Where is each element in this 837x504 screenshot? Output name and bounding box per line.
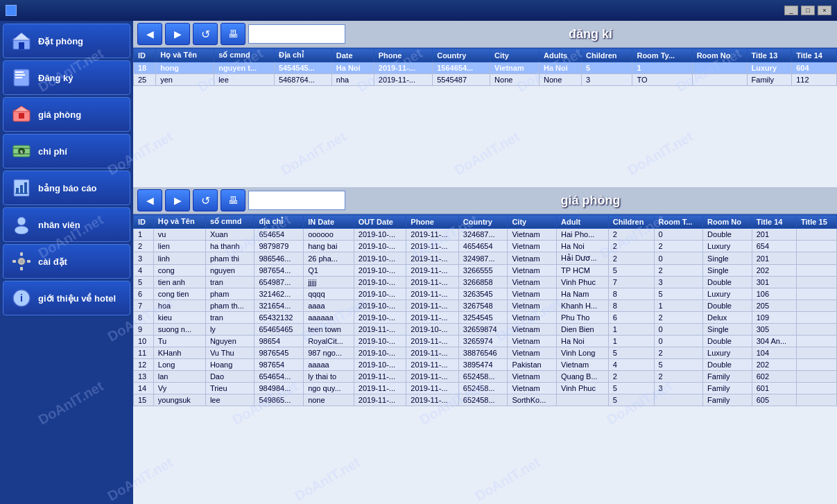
svg-text:i: i	[20, 293, 23, 304]
bottom-col-country: Country	[458, 215, 508, 229]
top-col-so-cmnd: số cmnd	[214, 49, 275, 62]
svg-rect-9	[19, 113, 24, 119]
sidebar-item-dat-phong[interactable]: Đặt phòng	[3, 24, 130, 58]
top-col-date: Date	[331, 49, 374, 62]
sidebar-label-cai-dat: cài đặt	[38, 257, 67, 267]
top-forward-button[interactable]: ▶	[165, 23, 190, 45]
sidebar-label-chi-phi: chi phí	[38, 146, 67, 157]
main-content: ◀ ▶ ↺ 🖶 đăng kí ID Họ và Tên số cmnd Địa…	[133, 21, 837, 504]
svg-marker-1	[12, 33, 31, 40]
window-titlebar: _ □ ×	[0, 0, 837, 21]
table-row[interactable]: 14VyTrieu984984...ngo quy...2019-11-...2…	[134, 383, 837, 394]
top-col-phone: Phone	[374, 49, 432, 62]
bottom-col-room-no: Room No	[703, 215, 752, 229]
svg-rect-5	[15, 74, 25, 76]
top-toolbar: ◀ ▶ ↺ 🖶 đăng kí	[133, 21, 837, 48]
bottom-col-children: Children	[608, 215, 654, 229]
bottom-refresh-button[interactable]: ↺	[193, 189, 218, 211]
sidebar-label-dat-phong: Đặt phòng	[38, 36, 83, 46]
top-back-button[interactable]: ◀	[137, 23, 162, 45]
svg-rect-25	[20, 267, 23, 270]
report-icon	[10, 177, 33, 199]
home-icon	[10, 30, 33, 52]
sidebar-item-gia-phong[interactable]: giá phòng	[3, 97, 130, 132]
top-table-wrapper[interactable]: ID Họ và Tên số cmnd Địa chỉ Date Phone …	[133, 48, 837, 187]
top-col-title14: Title 14	[792, 49, 837, 62]
svg-rect-24	[20, 252, 23, 256]
table-row[interactable]: 9suong n...ly65465465teen town2019-11-..…	[134, 324, 837, 336]
sidebar-label-nhan-vien: nhân viên	[38, 220, 80, 230]
top-refresh-button[interactable]: ↺	[193, 23, 218, 45]
table-row[interactable]: 7hoapham th...321654...aaaa2019-10-...20…	[134, 300, 837, 312]
bottom-table-wrapper[interactable]: ID Họ và Tên số cmnd địa chỉ IN Date OUT…	[133, 214, 837, 504]
app-container: Đặt phòng Đăng ký giá phò	[0, 21, 837, 504]
table-row[interactable]: 6cong tienpham321462...qqqq2019-10-...20…	[134, 288, 837, 300]
window-icon	[6, 5, 17, 16]
top-col-dia-chi: Địa chỉ	[274, 49, 331, 62]
table-row[interactable]: 1vuXuan654654oooooo2019-10-...2019-11-..…	[134, 229, 837, 241]
table-row[interactable]: 10TuNguyen98654RoyalCit...2019-10-...201…	[134, 336, 837, 347]
top-col-room-no: Room No	[692, 49, 747, 62]
bottom-col-so-cmnd: số cmnd	[205, 215, 254, 229]
top-search-input[interactable]	[248, 24, 345, 44]
bottom-print-button[interactable]: 🖶	[221, 189, 245, 211]
table-row[interactable]: 2lienha thanh9879879hang bai2019-10-...2…	[134, 241, 837, 252]
price-icon	[10, 103, 33, 125]
sidebar: Đặt phòng Đăng ký giá phò	[0, 21, 133, 504]
bottom-col-adult: Adult	[557, 215, 609, 229]
bottom-col-phone: Phone	[406, 215, 458, 229]
cost-icon: $	[10, 140, 33, 162]
bottom-forward-button[interactable]: ▶	[165, 189, 190, 211]
bottom-col-dia-chi: địa chỉ	[254, 215, 304, 229]
bottom-col-title15: Title 15	[797, 215, 837, 229]
bottom-back-button[interactable]: ◀	[137, 189, 162, 211]
svg-rect-6	[15, 77, 22, 78]
table-row[interactable]: 15youngsuklee549865...none2019-11-...201…	[134, 394, 837, 406]
svg-rect-2	[19, 42, 24, 49]
maximize-button[interactable]: □	[801, 6, 815, 15]
table-row[interactable]: 8kieutran65432132aaaaaa2019-10-...2019-1…	[134, 312, 837, 324]
top-col-room-type: Room Ty...	[632, 49, 692, 62]
bottom-col-city: City	[508, 215, 557, 229]
top-table-header-row: ID Họ và Tên số cmnd Địa chỉ Date Phone …	[134, 49, 837, 62]
table-row[interactable]: 4congnguyen987654...Q12019-10-...2019-11…	[134, 265, 837, 277]
table-row[interactable]: 3linhpham thi986546...26 pha...2019-10-.…	[134, 252, 837, 265]
table-row[interactable]: 5tien anhtran654987...jjjjj2019-10-...20…	[134, 277, 837, 288]
sidebar-label-dang-ky: Đăng ký	[38, 73, 74, 83]
table-row[interactable]: 11KHanhVu Thu9876545987 ngo...2019-10-..…	[134, 347, 837, 359]
table-row[interactable]: 12LongHoang987654aaaaa2019-10-...2019-11…	[134, 359, 837, 371]
sidebar-item-nhan-vien[interactable]: nhân viên	[3, 207, 130, 242]
sidebar-item-gioi-thieu[interactable]: i giới thiệu về hotel	[3, 281, 130, 315]
sidebar-item-cai-dat[interactable]: cài đặt	[3, 244, 130, 279]
close-button[interactable]: ×	[818, 6, 831, 15]
bottom-section-title: giá phòng	[348, 191, 833, 211]
sidebar-item-dang-ky[interactable]: Đăng ký	[3, 60, 130, 95]
sidebar-item-chi-phi[interactable]: $ chi phí	[3, 134, 130, 168]
bottom-col-out-date: OUT Date	[354, 215, 406, 229]
info-icon: i	[10, 287, 33, 309]
table-row[interactable]: 25yenlee5468764...nha2019-11-...5545487N…	[134, 74, 837, 86]
top-section: ◀ ▶ ↺ 🖶 đăng kí ID Họ và Tên số cmnd Địa…	[133, 21, 837, 187]
table-row[interactable]: 18hongnguyen t...5454545...Ha Noi2019-11…	[134, 62, 837, 74]
bottom-table-header-row: ID Họ và Tên số cmnd địa chỉ IN Date OUT…	[134, 215, 837, 229]
window-controls[interactable]: _ □ ×	[784, 6, 831, 15]
sidebar-label-gia-phong: giá phòng	[38, 110, 81, 120]
top-col-ho-va-ten: Họ và Tên	[156, 49, 214, 62]
sidebar-item-bang-bao-cao[interactable]: bảng báo cáo	[3, 171, 130, 205]
bottom-col-ho-va-ten: Họ và Tên	[153, 215, 205, 229]
bottom-table: ID Họ và Tên số cmnd địa chỉ IN Date OUT…	[133, 214, 837, 406]
svg-rect-26	[12, 260, 16, 263]
top-col-city: City	[490, 49, 540, 62]
register-icon	[10, 67, 33, 89]
bottom-search-input[interactable]	[248, 191, 345, 210]
bottom-col-room-type: Room T...	[654, 215, 703, 229]
bottom-section: ◀ ▶ ↺ 🖶 giá phòng ID Họ và Tên số cmnd đ…	[133, 187, 837, 504]
top-col-children: Children	[581, 49, 632, 62]
svg-point-21	[15, 226, 28, 234]
minimize-button[interactable]: _	[784, 6, 798, 15]
settings-icon	[10, 250, 33, 272]
table-row[interactable]: 13lanDao654654...ly thai to2019-11-...20…	[134, 371, 837, 383]
top-section-title: đăng kí	[348, 24, 833, 44]
top-print-button[interactable]: 🖶	[221, 23, 245, 45]
svg-point-20	[17, 217, 26, 225]
